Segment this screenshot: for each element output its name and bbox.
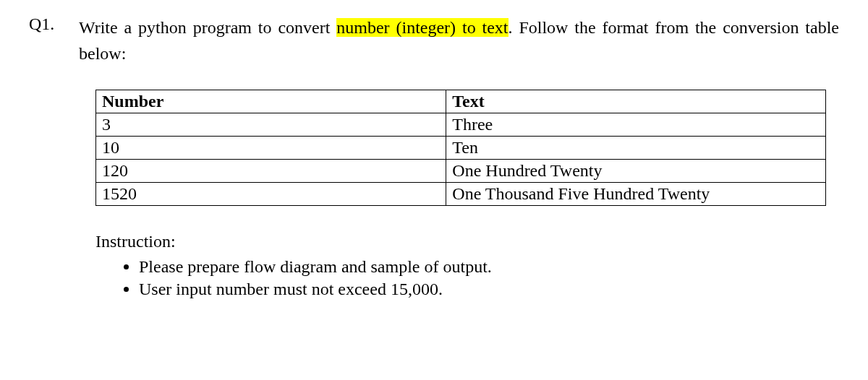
instruction-list: Please prepare flow diagram and sample o… xyxy=(139,256,839,301)
header-text: Text xyxy=(446,90,826,113)
cell-text: One Hundred Twenty xyxy=(446,160,826,183)
cell-number: 3 xyxy=(96,113,446,137)
table-row: 1520 One Thousand Five Hundred Twenty xyxy=(96,183,826,206)
cell-number: 10 xyxy=(96,137,446,160)
list-item: User input number must not exceed 15,000… xyxy=(139,278,839,301)
table-header-row: Number Text xyxy=(96,90,826,113)
table-row: 10 Ten xyxy=(96,137,826,160)
question-text: Write a python program to convert number… xyxy=(79,14,839,66)
cell-text: Three xyxy=(446,113,826,137)
question-label: Q1. xyxy=(29,14,61,66)
table-row: 3 Three xyxy=(96,113,826,137)
cell-text: One Thousand Five Hundred Twenty xyxy=(446,183,826,206)
header-number: Number xyxy=(96,90,446,113)
conversion-table-section: Number Text 3 Three 10 Ten 120 One Hundr… xyxy=(95,90,839,206)
instruction-section: Instruction: Please prepare flow diagram… xyxy=(95,232,839,301)
question-block: Q1. Write a python program to convert nu… xyxy=(29,14,839,66)
question-body: Write a python program to convert number… xyxy=(79,14,839,66)
table-row: 120 One Hundred Twenty xyxy=(96,160,826,183)
cell-number: 1520 xyxy=(96,183,446,206)
cell-text: Ten xyxy=(446,137,826,160)
list-item: Please prepare flow diagram and sample o… xyxy=(139,256,839,278)
conversion-table: Number Text 3 Three 10 Ten 120 One Hundr… xyxy=(95,90,826,206)
cell-number: 120 xyxy=(96,160,446,183)
question-text-before: Write a python program to convert xyxy=(79,18,336,37)
instruction-heading: Instruction: xyxy=(95,232,839,251)
question-highlight: number (integer) to text xyxy=(336,18,508,37)
